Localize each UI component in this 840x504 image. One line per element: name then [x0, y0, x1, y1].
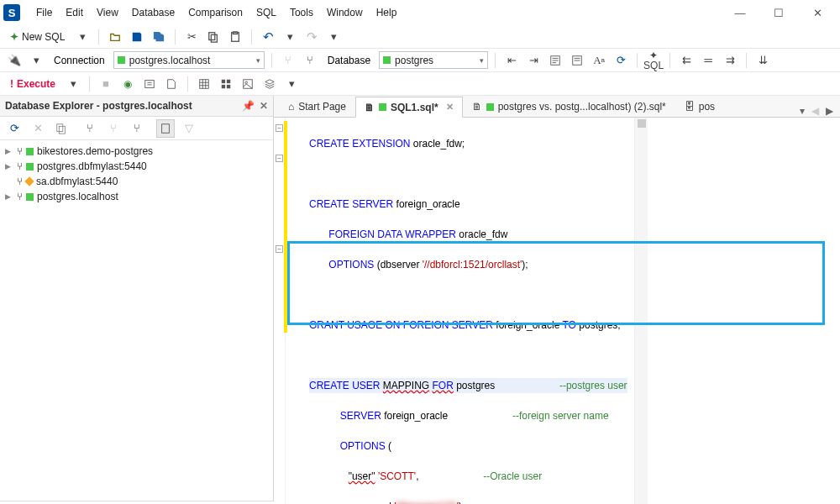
sql-file-icon: 🗎	[365, 102, 375, 113]
toolbar-execute: !Execute ▾ ■ ◉ ▾	[0, 72, 840, 96]
titlebar: S File Edit View Database Comparison SQL…	[0, 0, 840, 25]
menu-edit[interactable]: Edit	[60, 3, 89, 22]
svg-rect-10	[222, 84, 225, 87]
image-icon[interactable]	[239, 75, 257, 93]
toolbar-connection: 🔌 ▾ Connection postgres.localhost ⑂ ⑂ Da…	[0, 49, 840, 72]
align-center-icon[interactable]: ═	[699, 51, 717, 70]
menu-window[interactable]: Window	[321, 3, 369, 22]
tab-start-page[interactable]: ⌂Start Page	[279, 96, 355, 117]
database-dropdown[interactable]: postgres	[379, 51, 488, 69]
menu-comparison[interactable]: Comparison	[182, 3, 249, 22]
explorer-toolbar: ⟳ ✕ ⑂ ⑂ ⑂ ▽	[0, 117, 273, 140]
gutter: − − −	[274, 118, 286, 504]
conn-drop-icon[interactable]: ▾	[27, 51, 45, 70]
outdent-icon[interactable]: ⇤	[502, 51, 521, 70]
layers-icon[interactable]	[260, 75, 279, 93]
menu-file[interactable]: File	[30, 3, 58, 22]
stop-icon[interactable]: ■	[97, 75, 115, 93]
uncomment-icon[interactable]	[568, 51, 586, 70]
cut-icon[interactable]: ✂	[182, 28, 201, 46]
execute-drop-icon[interactable]: ▾	[64, 75, 82, 93]
pin-icon[interactable]: 📌	[242, 100, 255, 112]
font-icon[interactable]: Aa	[590, 51, 608, 70]
script-icon[interactable]	[162, 75, 181, 93]
open-icon[interactable]	[106, 28, 124, 46]
tab-pos[interactable]: 🗄pos	[675, 96, 724, 117]
menu-database[interactable]: Database	[126, 3, 181, 22]
tabs-prev-icon[interactable]: ◀	[811, 105, 819, 117]
fork1-icon[interactable]: ⑂	[81, 119, 99, 138]
db-icon: 🗄	[685, 101, 695, 113]
code-editor[interactable]: CREATE EXTENSION oracle_fdw; CREATE SERV…	[286, 118, 634, 504]
layers-drop-icon[interactable]: ▾	[282, 75, 301, 93]
undo-icon[interactable]: ↶	[259, 28, 277, 46]
close-tab-icon[interactable]: ✕	[446, 102, 454, 113]
database-explorer: Database Explorer - postgres.localhost 📌…	[0, 96, 274, 501]
tree-item[interactable]: ▶⑂bikestores.demo-postgres	[0, 144, 273, 159]
fork2-icon[interactable]: ⑂	[104, 119, 123, 138]
refresh-icon[interactable]: ⟳	[612, 51, 630, 70]
clipboard-icon[interactable]	[156, 119, 175, 138]
svg-rect-9	[227, 79, 230, 82]
tab-sql1[interactable]: 🗎SQL1.sql*✕	[355, 97, 463, 118]
connection-dropdown[interactable]: postgres.localhost	[113, 51, 265, 69]
db-fork2-icon[interactable]: ⑂	[301, 51, 319, 70]
svg-point-13	[245, 81, 248, 83]
run-icon[interactable]: ◉	[118, 75, 137, 93]
conn-plug-icon[interactable]: 🔌	[5, 51, 24, 70]
tabs-dropdown-icon[interactable]: ▾	[800, 105, 805, 117]
copy-tree-icon[interactable]	[52, 119, 71, 138]
svg-rect-1	[212, 34, 218, 42]
explorer-tree: ▶⑂bikestores.demo-postgres ▶⑂postgres.db…	[0, 140, 273, 501]
svg-rect-14	[57, 123, 63, 131]
save-icon[interactable]	[128, 28, 146, 46]
uppercase-icon[interactable]: ⇊	[753, 51, 772, 70]
redo-split-icon[interactable]: ▾	[324, 28, 343, 46]
sql-format-icon[interactable]: ✦SQL	[644, 51, 663, 70]
redo-icon[interactable]: ↷	[302, 28, 321, 46]
refresh-tree-icon[interactable]: ⟳	[5, 119, 24, 138]
svg-rect-15	[59, 126, 65, 134]
fork3-icon[interactable]: ⑂	[128, 119, 146, 138]
execute-button[interactable]: !Execute	[5, 78, 60, 90]
close-panel-icon[interactable]: ✕	[260, 100, 268, 112]
grid-icon[interactable]	[217, 75, 235, 93]
copy-icon[interactable]	[204, 28, 223, 46]
svg-rect-7	[200, 79, 209, 88]
maximize-button[interactable]: ☐	[759, 0, 798, 25]
toolbar-main: ✦New SQL ▾ ✂ ↶ ▾ ↷ ▾	[0, 25, 840, 49]
scrollbar-vertical[interactable]	[634, 118, 648, 504]
tree-item[interactable]: ⑂sa.dbfmylast:5440	[0, 174, 273, 189]
svg-rect-16	[162, 123, 170, 133]
fold-icon[interactable]: −	[276, 124, 283, 132]
tabs-next-icon[interactable]: ▶	[826, 105, 833, 117]
tree-item[interactable]: ▶⑂postgres.localhost	[0, 189, 273, 204]
align-right-icon[interactable]: ⇉	[721, 51, 739, 70]
menu-sql[interactable]: SQL	[250, 3, 282, 22]
close-button[interactable]: ✕	[798, 0, 837, 25]
menu-help[interactable]: Help	[370, 3, 403, 22]
delete-icon[interactable]: ✕	[29, 119, 47, 138]
table-icon[interactable]	[195, 75, 213, 93]
align-left-icon[interactable]: ⇇	[677, 51, 696, 70]
fold-icon[interactable]: −	[276, 155, 283, 162]
tab-compare[interactable]: 🗎postgres vs. postg...localhost) (2).sql…	[463, 96, 675, 117]
save-all-icon[interactable]	[150, 28, 168, 46]
fold-icon[interactable]: −	[276, 245, 283, 253]
tree-item[interactable]: ▶⑂postgres.dbfmylast:5440	[0, 159, 273, 174]
filter-icon[interactable]: ▽	[180, 119, 198, 138]
home-icon: ⌂	[288, 101, 294, 113]
explorer-header: Database Explorer - postgres.localhost 📌…	[0, 96, 273, 117]
menu-view[interactable]: View	[91, 3, 124, 22]
menu-tools[interactable]: Tools	[284, 3, 319, 22]
paste-icon[interactable]	[226, 28, 244, 46]
comment-icon[interactable]	[546, 51, 564, 70]
dropdown-arrow-icon[interactable]: ▾	[73, 28, 92, 46]
indent-icon[interactable]: ⇥	[524, 51, 543, 70]
db-fork-icon[interactable]: ⑂	[279, 51, 297, 70]
undo-split-icon[interactable]: ▾	[281, 28, 299, 46]
svg-rect-11	[227, 84, 230, 87]
new-sql-button[interactable]: ✦New SQL	[5, 28, 70, 46]
minimize-button[interactable]: —	[721, 0, 759, 25]
debug-icon[interactable]	[140, 75, 159, 93]
